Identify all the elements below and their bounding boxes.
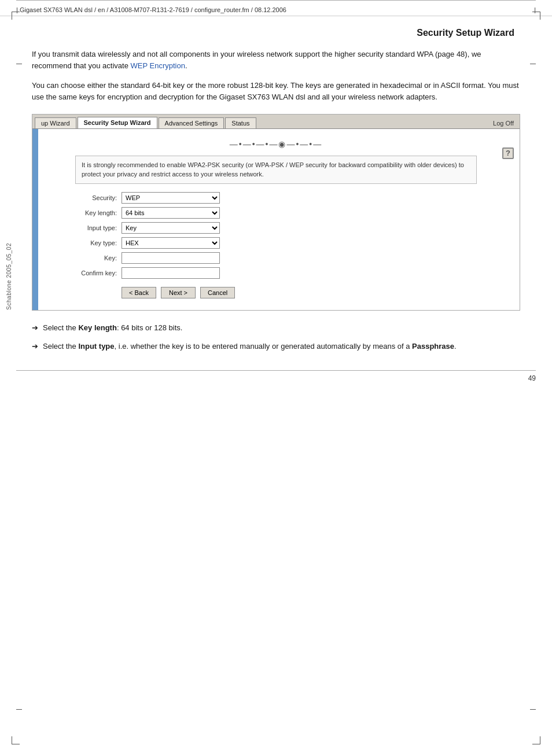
page-title: Security Setup Wizard — [32, 28, 520, 38]
form-row-key-type: Key type: HEX ASCII — [58, 237, 494, 249]
form-row-key-length: Key length: 64 bits 128 bits — [58, 207, 494, 219]
bold-key-length: Key length — [78, 323, 116, 332]
corner-mark-tr — [532, 12, 540, 20]
form-row-security: Security: WEP WPA-PSK WPA2-PSK — [58, 192, 494, 204]
bold-input-type: Input type — [78, 342, 114, 351]
side-tick-left-bottom — [16, 709, 22, 710]
confirm-key-input[interactable] — [122, 267, 220, 279]
side-tick-right-bottom — [530, 709, 536, 710]
left-accent-bar — [32, 129, 38, 311]
cancel-button[interactable]: Cancel — [200, 287, 235, 298]
page-number-area: 49 — [0, 371, 552, 386]
bullet-1-content: Select the Key length: 64 bits or 128 bi… — [43, 322, 182, 334]
label-input-type: Input type: — [58, 224, 122, 231]
vertical-label: Schablone 2005_05_02 — [6, 243, 12, 310]
bullet-item-1: ➔ Select the Key length: 64 bits or 128 … — [32, 322, 520, 334]
tab-setup-wizard[interactable]: up Wizard — [35, 117, 76, 128]
bullet-arrow-1: ➔ — [32, 322, 38, 334]
label-key-type: Key type: — [58, 239, 122, 246]
label-confirm-key: Confirm key: — [58, 270, 122, 276]
form-row-confirm-key: Confirm key: — [58, 267, 494, 279]
key-type-select[interactable]: HEX ASCII — [122, 237, 220, 249]
wep-encryption-link[interactable]: WEP Encryption — [131, 61, 185, 70]
tab-security-setup-wizard[interactable]: Security Setup Wizard — [78, 117, 157, 128]
input-type-select[interactable]: Key Passphrase — [122, 222, 220, 234]
paragraph-2: You can choose either the standard 64-bi… — [32, 80, 520, 103]
corner-mark-tl — [12, 12, 20, 20]
corner-mark-br — [532, 736, 540, 744]
security-select[interactable]: WEP WPA-PSK WPA2-PSK — [122, 192, 220, 204]
ui-mockup: up Wizard Security Setup Wizard Advanced… — [32, 114, 520, 311]
back-button[interactable]: < Back — [122, 287, 156, 298]
label-key: Key: — [58, 255, 122, 261]
main-content: Security Setup Wizard If you transmit da… — [0, 16, 552, 370]
breadcrumb: | Gigaset SX763 WLAN dsl / en / A31008-M… — [16, 6, 286, 13]
mockup-inner: ? —•—•—•—◉—•—•— It is strongly recommend… — [32, 129, 520, 311]
bold-passphrase: Passphrase — [412, 342, 454, 351]
paragraph-1: If you transmit data wirelessly and not … — [32, 49, 520, 72]
help-icon[interactable]: ? — [502, 147, 514, 159]
next-button[interactable]: Next > — [161, 287, 196, 298]
mockup-buttons: < Back Next > Cancel — [58, 287, 494, 298]
page-number: 49 — [528, 374, 536, 382]
label-security: Security: — [58, 194, 122, 201]
para1-text: If you transmit data wirelessly and not … — [32, 50, 481, 70]
form-row-key: Key: — [58, 252, 494, 264]
form-section: Security: WEP WPA-PSK WPA2-PSK Key lengt… — [58, 192, 494, 279]
bullet-arrow-2: ➔ — [32, 341, 38, 352]
corner-mark-bl — [12, 736, 20, 744]
tab-advanced-settings[interactable]: Advanced Settings — [159, 117, 225, 128]
label-key-length: Key length: — [58, 209, 122, 216]
bullet-item-2: ➔ Select the Input type, i.e. whether th… — [32, 341, 520, 352]
header-bar: | Gigaset SX763 WLAN dsl / en / A31008-M… — [0, 3, 552, 16]
form-row-input-type: Input type: Key Passphrase — [58, 222, 494, 234]
bullet-list: ➔ Select the Key length: 64 bits or 128 … — [32, 322, 520, 352]
key-input[interactable] — [122, 252, 220, 264]
logoff-button[interactable]: Log Off — [490, 118, 517, 128]
progress-dots: —•—•—•—◉—•—•— — [41, 139, 511, 149]
side-tick-right-top — [530, 64, 536, 64]
tab-status[interactable]: Status — [225, 117, 256, 128]
para1-end: . — [185, 61, 187, 70]
key-length-select[interactable]: 64 bits 128 bits — [122, 207, 220, 219]
bullet-2-content: Select the Input type, i.e. whether the … — [43, 341, 457, 352]
info-box: It is strongly recommended to enable WPA… — [75, 156, 477, 185]
mockup-tabs: up Wizard Security Setup Wizard Advanced… — [32, 115, 520, 129]
side-tick-left-top — [16, 64, 22, 64]
